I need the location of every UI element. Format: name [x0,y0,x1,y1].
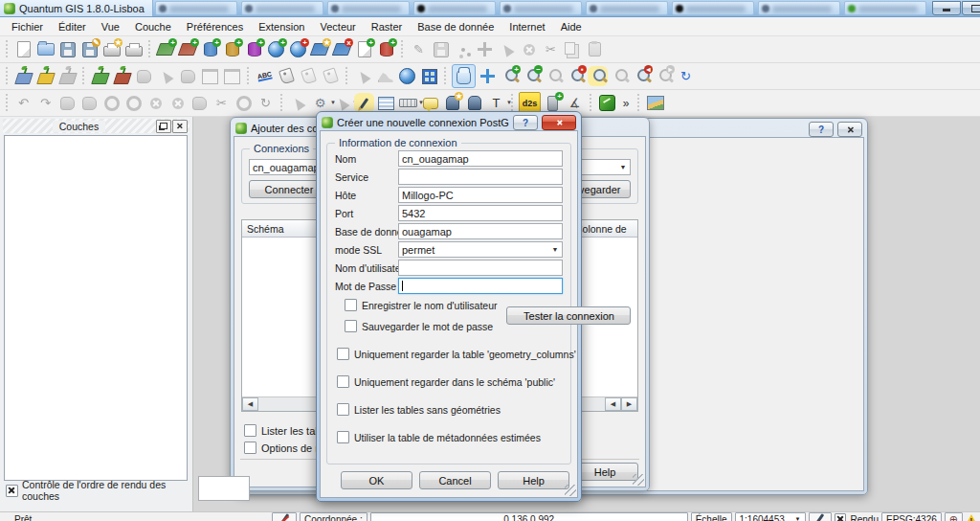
add-postgis-layer-icon[interactable]: + [200,39,220,59]
zoom-to-layer-icon[interactable] [610,66,630,86]
cut-features-icon[interactable]: ✂ [541,39,561,59]
taskbar-tab[interactable] [413,1,496,15]
chevron-down-icon[interactable]: ▼ [795,516,801,521]
toolbar-grip[interactable] [400,40,405,59]
mode-ssl-select[interactable]: permet▼ [398,241,563,258]
render-checkbox[interactable] [835,513,846,521]
toolbar-grip[interactable] [345,67,349,86]
delete-part-icon[interactable] [167,93,188,113]
add-mssql-layer-icon[interactable]: + [244,39,264,59]
resize-grip[interactable] [565,485,576,496]
scroll-left-icon[interactable]: ◀ [605,397,621,411]
text-annotation-icon[interactable]: T▼ [486,93,506,113]
copy-features-icon[interactable] [563,39,583,59]
sauvegarder-le-mot-de-passe-checkbox[interactable] [345,320,357,332]
undo-icon[interactable]: ↶ [13,93,33,113]
save-project-as-icon[interactable]: ✎ [79,39,100,59]
raster-stretch-icon[interactable] [353,66,373,86]
menu-fichier[interactable]: Fichier [4,19,51,34]
menu-base-de-donnee[interactable]: Base de donnée [410,19,501,34]
nom-dutilisateur-field[interactable] [398,260,563,276]
toolbar-grip[interactable] [246,67,251,86]
toolbar-grip[interactable] [5,94,10,113]
add-wms-layer-icon[interactable]: + [266,39,286,59]
measure-line-icon[interactable]: ▼ [398,93,418,113]
epsg-button[interactable]: EPSG:4326 [881,512,942,521]
toolbar-grip[interactable] [147,40,152,59]
paste-features-icon[interactable] [585,39,605,59]
render-order-checkbox[interactable] [6,485,18,497]
menu-vecteur[interactable]: Vecteur [312,19,363,34]
add-spatialite-layer-icon[interactable]: + [222,39,242,59]
menu-aide[interactable]: Aide [553,19,590,34]
lister-les-tables-sans-geometries-checkbox[interactable] [337,403,349,416]
chevron-down-icon[interactable]: ▼ [616,160,630,174]
map-tips-icon[interactable] [420,93,440,113]
new-map-view-icon[interactable] [200,66,220,86]
delete-selected-icon[interactable] [519,39,539,59]
help-titlebar-button[interactable]: ? [809,122,834,137]
coordinate-input[interactable]: 0.136,0.992 [370,512,688,521]
minimize-button[interactable] [932,1,961,15]
new-bookmark-icon[interactable]: ★ [442,93,462,113]
uniquement-regarder-dans-le-schema-publi-checkbox[interactable] [337,375,349,388]
new-print-view-icon[interactable] [222,66,242,86]
merge-features-icon[interactable] [234,93,254,113]
scroll-left-icon[interactable]: ◀ [242,397,258,411]
nom-field[interactable]: cn_ouagamap [398,150,563,167]
redo-icon[interactable]: ↷ [35,93,56,113]
close-titlebar-button[interactable] [542,115,576,130]
menu-internet[interactable]: Internet [501,19,552,34]
taskbar-tab-active[interactable]: Quantum GIS 1.8.0-Lisboa [0,0,153,16]
toolbar-grip[interactable] [5,40,10,59]
capture-polygon-icon[interactable] [134,66,154,86]
labeling-icon[interactable] [255,66,275,86]
show-bookmarks-icon[interactable] [464,93,484,113]
save-edits-icon[interactable] [431,39,451,59]
save-project-icon[interactable] [57,39,78,59]
ogr-layer-converter-icon[interactable] [597,93,617,113]
map-canvas-area[interactable]: Couches Contrôle de l'ordre de rendu des… [0,117,980,511]
toolbar-grip[interactable] [279,94,284,113]
taskbar-tab[interactable] [586,1,668,15]
add-all-to-overview-icon[interactable] [35,66,56,86]
capture-point-icon[interactable] [453,39,473,59]
new-shapefile-layer-icon[interactable]: ★ [310,39,330,59]
show-all-layers-icon[interactable] [90,66,110,86]
cancel-button[interactable]: Cancel [419,471,491,489]
menu-editer[interactable]: Éditer [51,19,94,34]
enregistrer-le-nom-dutilisateur-checkbox[interactable] [345,299,357,311]
rotate-point-symbols-icon[interactable]: ↻ [256,93,276,113]
base-de-donnees-field[interactable]: ouagamap [398,223,563,239]
add-wfs-layer-icon[interactable]: + [288,39,308,59]
chevron-down-icon[interactable]: ▼ [548,242,562,257]
node-tool-icon[interactable] [497,39,517,59]
remove-all-from-overview-icon[interactable] [57,66,78,86]
help-titlebar-button[interactable]: ? [513,115,538,130]
zoom-out-icon[interactable]: − [522,66,542,86]
dock-float-button[interactable] [156,120,171,133]
scale-combo[interactable]: 1:1604453 ▼ [735,512,806,521]
toolbar-grip[interactable] [5,67,10,86]
search-options-checkbox[interactable] [244,442,256,454]
zoom-full-extent-icon[interactable] [588,66,608,86]
resize-grip[interactable] [633,474,644,486]
label-tag-icon[interactable] [277,66,297,86]
gps-tools-icon[interactable]: + [543,93,563,113]
add-oracle-georaster-layer-icon[interactable]: + [376,39,396,59]
mapserver-export-icon[interactable] [645,93,665,113]
toggle-editing-icon[interactable]: ✎ [409,39,429,59]
taskbar-tab[interactable] [672,1,754,15]
layers-list[interactable] [4,135,188,481]
hide-all-layers-icon[interactable] [112,66,132,86]
menu-preferences[interactable]: Préférences [179,19,251,34]
taskbar-tab[interactable] [155,1,237,15]
label-settings-icon[interactable] [321,66,341,86]
dock-close-button[interactable] [172,120,188,133]
azimuth-measure-icon[interactable]: ∡ [565,93,585,113]
web-globe-icon[interactable] [397,66,417,86]
menu-raster[interactable]: Raster [364,19,410,34]
zoom-to-selection-icon[interactable]: ▪ [566,66,586,86]
stop-render-button[interactable] [272,512,297,521]
toolbar-grip[interactable] [636,94,641,113]
